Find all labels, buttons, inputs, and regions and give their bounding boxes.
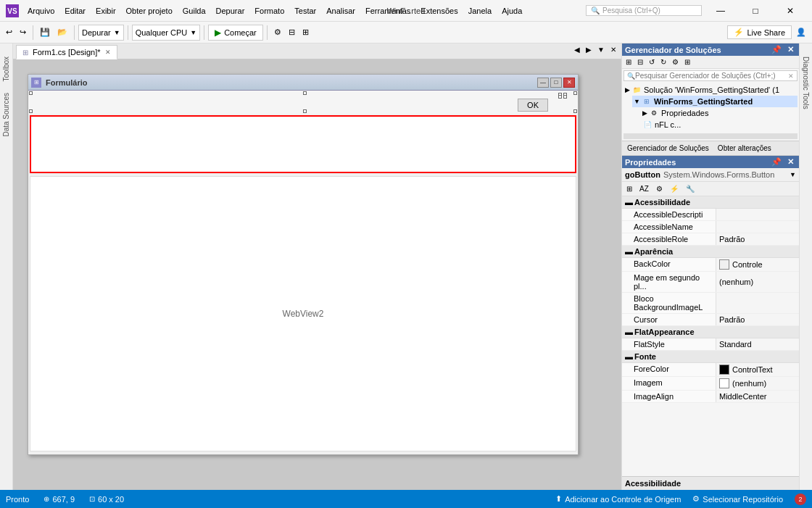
menu-depurar[interactable]: Depurar xyxy=(212,4,249,17)
main-toolbar: ↩ ↪ 💾 📂 Depurar ▼ Qualquer CPU ▼ ▶ Começ… xyxy=(0,22,812,43)
datasources-tab[interactable]: Data Sources xyxy=(1,87,12,143)
toolbox-tab[interactable]: Toolbox xyxy=(1,51,12,87)
canvas-area[interactable]: ⊞ Formulário — □ ✕ xyxy=(13,59,621,490)
sol-search-input[interactable] xyxy=(635,72,788,80)
sol-search-clear[interactable]: ✕ xyxy=(788,72,794,80)
solution-explorer-section: Gerenciador de Soluções 📌 ✕ ⊞ ⊟ ↺ ↻ ⚙ ⊞ … xyxy=(622,43,799,156)
props-tb-search[interactable]: 🔧 xyxy=(683,183,697,194)
sol-solution-item[interactable]: ▶ 📁 Solução 'WinForms_GettingStarted' (1 xyxy=(624,84,798,96)
group-aparencia-expand-icon: ▬ xyxy=(625,247,633,256)
handle-tl[interactable] xyxy=(29,91,33,95)
props-pin-btn[interactable]: 📌 xyxy=(769,157,784,167)
diagnostic-tools-tab[interactable]: Diagnostic Tools xyxy=(800,51,811,115)
menu-guilda[interactable]: Guilda xyxy=(178,4,210,17)
minimize-button[interactable]: — xyxy=(705,0,737,22)
menu-testar[interactable]: Testar xyxy=(290,4,320,17)
menu-exibir[interactable]: Exibir xyxy=(91,4,120,17)
props-toolbar: ⊞ AZ ⚙ ⚡ 🔧 xyxy=(622,182,799,196)
menu-janela[interactable]: Janela xyxy=(464,4,496,17)
sol-tb-btn2[interactable]: ⊟ xyxy=(635,57,645,67)
status-repository[interactable]: ⚙ Selecionar Repositório xyxy=(692,494,783,504)
prop-flatstyle: FlatStyle Standard xyxy=(622,338,799,351)
title-bar: VS Arquivo Editar Exibir Obter projeto G… xyxy=(0,0,812,22)
prop-forecolor: ForeColor ControlText xyxy=(622,363,799,377)
menu-ajuda[interactable]: Ajuda xyxy=(497,4,526,17)
form-maximize-btn[interactable]: □ xyxy=(550,78,562,88)
group-aparencia[interactable]: ▬ Aparência xyxy=(622,246,799,258)
title-search[interactable]: 🔍 Pesquisa (Ctrl+Q) xyxy=(586,5,702,16)
props-tb-events[interactable]: ⚡ xyxy=(667,183,682,194)
sol-scrollbar-h[interactable] xyxy=(624,133,798,139)
group-expand-icon: ▬ xyxy=(625,198,633,207)
tab-scroll-left[interactable]: ◀ xyxy=(572,45,582,54)
toolbar-open[interactable]: 📂 xyxy=(54,26,70,38)
sol-tb-btn6[interactable]: ⊞ xyxy=(682,57,692,67)
imagem-swatch xyxy=(719,378,729,388)
search-icon: 🔍 xyxy=(591,7,600,14)
sol-close-btn[interactable]: ✕ xyxy=(785,45,796,54)
prop-imagem: Imagem (nenhum) xyxy=(622,377,799,391)
menu-analisar[interactable]: Analisar xyxy=(322,4,360,17)
handle-bl[interactable] xyxy=(29,109,33,113)
btn-handle-bl[interactable] xyxy=(558,95,562,99)
props-tb-categories[interactable]: ⊞ xyxy=(624,183,635,194)
menu-formato[interactable]: Formato xyxy=(250,4,289,17)
menu-editar[interactable]: Editar xyxy=(60,4,90,17)
tab-close-all[interactable]: ✕ xyxy=(608,45,618,54)
sol-pin-btn[interactable]: 📌 xyxy=(769,45,784,54)
sol-footer-btn2[interactable]: Obter alterações xyxy=(715,143,774,153)
maximize-button[interactable]: □ xyxy=(740,0,771,22)
menu-arquivo[interactable]: Arquivo xyxy=(23,4,59,17)
group-flatappearance[interactable]: ▬ FlatAppearance xyxy=(622,326,799,338)
sol-search-box[interactable]: 🔍 ✕ xyxy=(624,70,798,81)
sol-tb-btn1[interactable]: ⊞ xyxy=(624,57,634,67)
toolbar-undo[interactable]: ↩ xyxy=(3,26,15,38)
tab-scroll-right[interactable]: ▶ xyxy=(584,45,594,54)
props-tb-props[interactable]: ⚙ xyxy=(653,183,666,194)
status-size: ⊡ 60 x 20 xyxy=(89,495,124,504)
toolbar-misc3[interactable]: ⊞ xyxy=(299,26,312,38)
toolbar-misc1[interactable]: ⚙ xyxy=(271,26,284,38)
form-close-btn[interactable]: ✕ xyxy=(563,78,575,88)
handle-tm[interactable] xyxy=(303,91,307,95)
error-badge[interactable]: 2 xyxy=(795,494,806,505)
status-ready: Pronto xyxy=(6,495,29,504)
sol-tb-btn3[interactable]: ↺ xyxy=(647,57,657,67)
tab-close-button[interactable]: ✕ xyxy=(105,49,111,56)
group-fonte[interactable]: ▬ Fonte xyxy=(622,351,799,363)
toolbar-save[interactable]: 💾 xyxy=(37,26,53,38)
tab-dropdown[interactable]: ▼ xyxy=(595,45,607,54)
ok-button[interactable]: OK xyxy=(518,99,548,112)
handle-bm[interactable] xyxy=(303,109,307,113)
form-design-tab[interactable]: ⊞ Form1.cs [Design]* ✕ xyxy=(16,45,117,59)
props-footer: Acessibilidade xyxy=(622,476,799,490)
group-acessibilidade[interactable]: ▬ Acessibilidade xyxy=(622,196,799,209)
sol-project-item[interactable]: ▼ ⊞ WinForms_GettingStarted xyxy=(632,96,798,107)
source-control-text: Adicionar ao Controle de Origem xyxy=(565,495,681,504)
start-button[interactable]: ▶ Começar xyxy=(208,25,263,41)
props-close-btn[interactable]: ✕ xyxy=(785,157,796,167)
debug-chevron: ▼ xyxy=(114,29,120,36)
sol-tb-btn4[interactable]: ↻ xyxy=(658,57,668,67)
menu-obter[interactable]: Obter projeto xyxy=(122,4,177,17)
sol-subnode-item[interactable]: 📄 nFL c... xyxy=(641,119,798,130)
prop-background-imagelayout: Bloco BackgroundImageL xyxy=(622,293,799,314)
sol-properties-item[interactable]: ▶ ⚙ Propriedades xyxy=(641,107,798,119)
live-share-button[interactable]: ⚡ Live Share xyxy=(727,25,792,39)
toolbar-account[interactable]: 👤 xyxy=(793,26,809,38)
close-button[interactable]: ✕ xyxy=(774,0,806,22)
btn-handle-br[interactable] xyxy=(563,95,567,99)
platform-dropdown[interactable]: Qualquer CPU ▼ xyxy=(132,25,200,41)
form-minimize-btn[interactable]: — xyxy=(537,78,549,88)
handle-tr[interactable] xyxy=(573,91,577,95)
sol-props-expand-icon: ▶ xyxy=(642,109,647,117)
toolbar-misc2[interactable]: ⊟ xyxy=(286,26,298,38)
debug-dropdown[interactable]: Depurar ▼ xyxy=(78,25,124,41)
status-source-control[interactable]: ⬆ Adicionar ao Controle de Origem xyxy=(555,494,681,504)
props-object-selector[interactable]: goButton System.Windows.Forms.Button ▼ xyxy=(622,168,799,182)
handle-br[interactable] xyxy=(573,109,577,113)
sol-footer-btn1[interactable]: Gerenciador de Soluções xyxy=(624,143,712,153)
props-tb-alpha[interactable]: AZ xyxy=(637,183,652,194)
toolbar-redo[interactable]: ↪ xyxy=(17,26,29,38)
sol-tb-btn5[interactable]: ⚙ xyxy=(670,57,681,67)
